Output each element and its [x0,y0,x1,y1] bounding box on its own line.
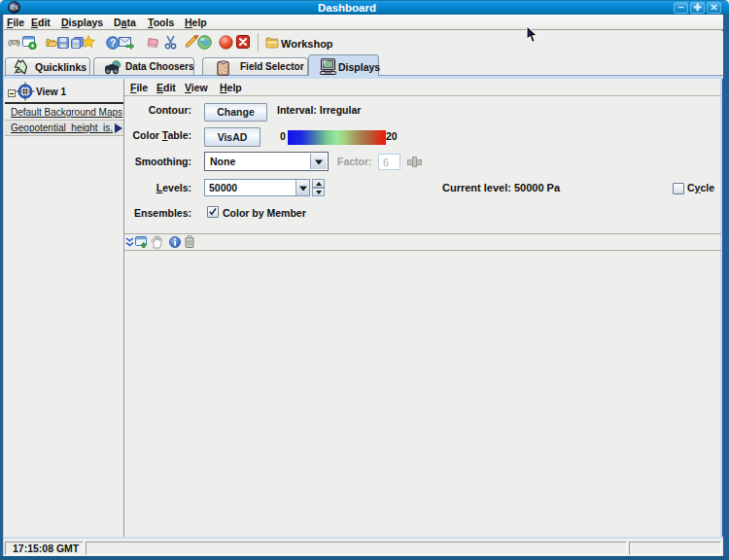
svg-text:?: ? [110,38,116,49]
svg-text:IDV: IDV [10,4,18,10]
